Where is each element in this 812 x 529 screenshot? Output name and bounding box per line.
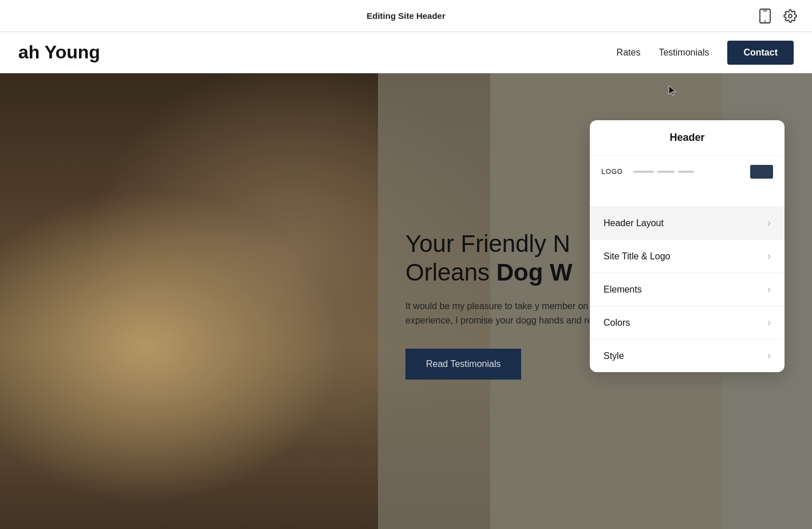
- logo-line-2: [657, 171, 675, 173]
- panel-item-label-site-title: Site Title & Logo: [604, 251, 671, 262]
- hero-cta-button[interactable]: Read Testimonials: [405, 349, 521, 380]
- svg-point-1: [764, 20, 766, 21]
- logo-block: [750, 165, 773, 179]
- hero-heading-line2: Orleans Dog W: [405, 259, 573, 286]
- site-name: ah Young: [18, 42, 617, 63]
- panel-item-elements[interactable]: Elements ›: [590, 273, 785, 306]
- panel-item-label-colors: Colors: [604, 318, 630, 328]
- panel-item-header-layout[interactable]: Header Layout ›: [590, 207, 785, 240]
- mobile-preview-icon[interactable]: [757, 8, 773, 24]
- settings-icon[interactable]: [782, 8, 798, 24]
- logo-lines: [633, 171, 741, 173]
- site-header: ah Young Rates Testimonials Contact: [0, 32, 812, 73]
- logo-label: LOGO: [601, 168, 624, 176]
- header-panel: Header LOGO Header Layout › Site Title &…: [590, 120, 785, 372]
- logo-row: LOGO: [601, 165, 773, 179]
- panel-item-style[interactable]: Style ›: [590, 339, 785, 372]
- top-bar: Editing Site Header: [0, 0, 812, 32]
- chevron-right-icon-header-layout: ›: [767, 217, 771, 229]
- logo-line-3: [678, 171, 694, 173]
- nav-rates[interactable]: Rates: [617, 48, 641, 58]
- hero-heading-line1: Your Friendly N: [405, 230, 570, 257]
- chevron-right-icon-colors: ›: [767, 317, 771, 329]
- panel-item-label-style: Style: [604, 351, 624, 361]
- logo-spacer: [601, 179, 773, 197]
- panel-item-colors[interactable]: Colors ›: [590, 306, 785, 339]
- hero-heading-bold: Dog W: [496, 259, 573, 286]
- chevron-right-icon-elements: ›: [767, 283, 771, 295]
- nav-testimonials[interactable]: Testimonials: [659, 48, 709, 58]
- chevron-right-icon-style: ›: [767, 350, 771, 362]
- nav-contact[interactable]: Contact: [727, 41, 794, 65]
- logo-preview: LOGO: [590, 156, 785, 207]
- chevron-right-icon-site-title: ›: [767, 250, 771, 262]
- page-title: Editing Site Header: [366, 11, 446, 21]
- panel-item-site-title-logo[interactable]: Site Title & Logo ›: [590, 240, 785, 273]
- panel-item-label-elements: Elements: [604, 285, 642, 295]
- panel-item-label-header-layout: Header Layout: [604, 218, 664, 228]
- panel-title: Header: [590, 120, 785, 156]
- logo-line-1: [633, 171, 654, 173]
- top-bar-icons: [757, 8, 798, 24]
- site-nav: Rates Testimonials Contact: [617, 41, 794, 65]
